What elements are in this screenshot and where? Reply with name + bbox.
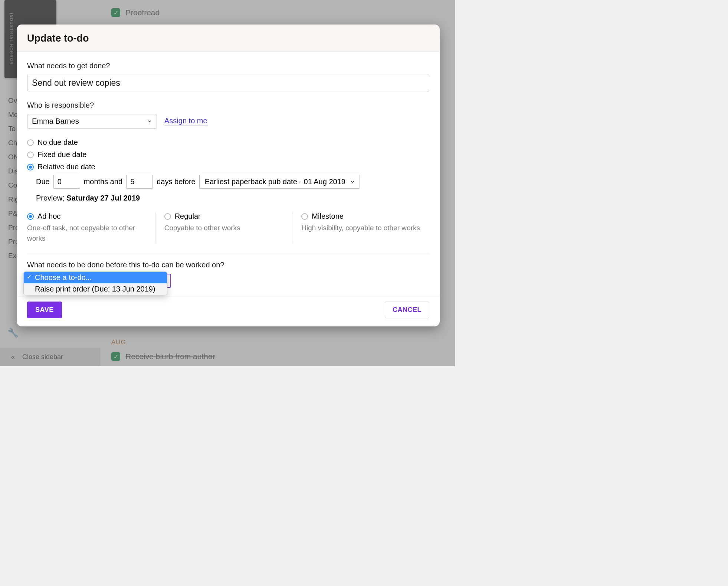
save-button[interactable]: SAVE: [27, 302, 62, 318]
months-input[interactable]: [53, 175, 80, 189]
type-milestone-title: Milestone: [312, 212, 344, 221]
type-regular-title: Regular: [175, 212, 201, 221]
dependency-dropdown: Choose a to-do... Raise print order (Due…: [23, 271, 167, 295]
what-section: What needs to get done?: [27, 62, 429, 91]
cancel-button[interactable]: CANCEL: [385, 302, 429, 318]
fixed-due-date-radio[interactable]: Fixed due date: [27, 150, 429, 159]
dependency-option-placeholder[interactable]: Choose a to-do...: [24, 272, 167, 283]
due-date-section: No due date Fixed due date Relative due …: [27, 138, 429, 202]
days-before-label: days before: [157, 178, 196, 186]
type-adhoc-col: Ad hoc One-off task, not copyable to oth…: [27, 212, 155, 243]
chevron-down-icon: [350, 178, 355, 186]
type-adhoc-title: Ad hoc: [37, 212, 60, 221]
no-due-date-label: No due date: [37, 138, 78, 147]
type-regular-col: Regular Copyable to other works: [155, 212, 293, 243]
radio-icon: [27, 152, 34, 158]
preview-value: Saturday 27 Jul 2019: [66, 194, 140, 202]
radio-icon: [164, 213, 171, 220]
type-regular-desc: Copyable to other works: [164, 223, 283, 233]
type-adhoc-desc: One-off task, not copyable to other work…: [27, 223, 146, 243]
preview-label: Preview:: [36, 194, 65, 202]
dependency-option[interactable]: Raise print order (Due: 13 Jun 2019): [24, 283, 167, 295]
type-milestone-radio[interactable]: Milestone: [301, 212, 420, 221]
assign-to-me-link[interactable]: Assign to me: [164, 117, 207, 126]
modal-title: Update to-do: [27, 33, 429, 44]
relative-due-date-radio[interactable]: Relative due date: [27, 163, 429, 171]
no-due-date-radio[interactable]: No due date: [27, 138, 429, 147]
responsible-value: Emma Barnes: [32, 117, 79, 125]
who-label: Who is responsible?: [27, 101, 429, 110]
reference-date-select[interactable]: Earliest paperback pub date - 01 Aug 201…: [199, 175, 360, 189]
relative-due-config: Due months and days before Earliest pape…: [36, 175, 429, 189]
type-regular-radio[interactable]: Regular: [164, 212, 283, 221]
chevron-down-icon: [147, 117, 152, 126]
radio-icon: [27, 139, 34, 146]
modal-body: What needs to get done? Who is responsib…: [17, 52, 440, 296]
what-label: What needs to get done?: [27, 62, 429, 70]
what-input[interactable]: [27, 75, 429, 91]
update-todo-modal: Update to-do What needs to get done? Who…: [17, 25, 440, 326]
modal-footer: SAVE CANCEL: [17, 296, 440, 326]
radio-icon: [301, 213, 308, 220]
todo-type-row: Ad hoc One-off task, not copyable to oth…: [27, 212, 429, 243]
type-milestone-desc: High visibility, copyable to other works: [301, 223, 420, 233]
reference-date-value: Earliest paperback pub date - 01 Aug 201…: [205, 178, 345, 186]
modal-header: Update to-do: [17, 25, 440, 52]
preview-row: Preview: Saturday 27 Jul 2019: [36, 194, 429, 202]
due-word: Due: [36, 178, 50, 186]
dependency-section: What needs to be done before this to-do …: [27, 261, 429, 288]
dependency-label: What needs to be done before this to-do …: [27, 261, 429, 269]
relative-due-date-label: Relative due date: [37, 163, 95, 171]
radio-icon-checked: [27, 164, 34, 170]
type-milestone-col: Milestone High visibility, copyable to o…: [292, 212, 429, 243]
section-divider: [27, 253, 429, 253]
radio-icon-checked: [27, 213, 34, 220]
fixed-due-date-label: Fixed due date: [37, 150, 86, 159]
months-and-label: months and: [84, 178, 123, 186]
type-adhoc-radio[interactable]: Ad hoc: [27, 212, 146, 221]
responsible-select[interactable]: Emma Barnes: [27, 114, 157, 128]
who-section: Who is responsible? Emma Barnes Assign t…: [27, 101, 429, 128]
days-input[interactable]: [126, 175, 153, 189]
